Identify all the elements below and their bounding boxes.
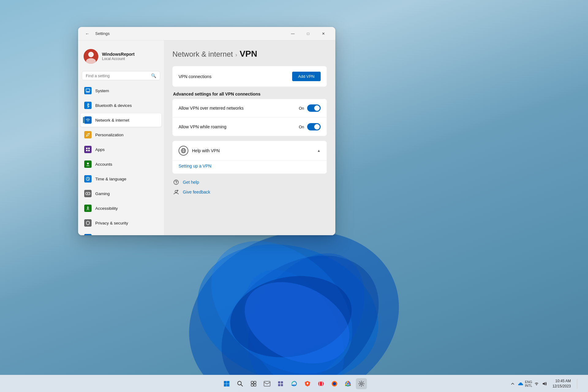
help-globe-icon: [179, 146, 188, 156]
svg-point-55: [333, 382, 336, 385]
taskbar-settings[interactable]: [356, 378, 367, 389]
svg-point-33: [175, 190, 177, 193]
accessibility-icon: [84, 205, 92, 212]
toggle-status-metered: On: [299, 106, 304, 111]
sidebar-item-privacy[interactable]: Privacy & security: [81, 216, 161, 230]
breadcrumb-arrow: ›: [235, 52, 237, 58]
language-icon[interactable]: ENGINTL: [526, 381, 532, 387]
taskbar-search[interactable]: [235, 378, 246, 389]
wifi-icon[interactable]: [533, 381, 540, 387]
chevron-up-icon: ▲: [317, 149, 321, 153]
taskbar-chrome[interactable]: [342, 378, 353, 389]
network-icon: [84, 116, 92, 124]
chevron-up-systray-icon[interactable]: [510, 381, 516, 387]
svg-rect-46: [264, 381, 270, 386]
user-profile[interactable]: WindowsReport Local Account: [81, 45, 161, 67]
user-name: WindowsReport: [102, 52, 158, 57]
search-box[interactable]: 🔍: [82, 71, 160, 80]
help-header-left: Help with VPN: [179, 146, 220, 156]
svg-rect-47: [278, 381, 280, 383]
toggle-metered[interactable]: [307, 104, 321, 112]
sidebar-item-personalization[interactable]: Personalization: [81, 128, 161, 141]
page-header: Network & internet › VPN: [172, 49, 327, 59]
bottom-links: Get help Give feedback: [172, 179, 327, 196]
help-vpn-header[interactable]: Help with VPN ▲: [172, 141, 327, 160]
svg-rect-43: [254, 381, 256, 383]
system-clock[interactable]: 10:45 AM 12/15/2023: [550, 377, 573, 390]
svg-rect-11: [86, 89, 90, 92]
sidebar-item-label-system: System: [95, 89, 109, 93]
svg-rect-45: [254, 384, 256, 386]
back-button[interactable]: ←: [83, 29, 92, 38]
avatar: [84, 49, 98, 64]
get-help-link[interactable]: Get help: [183, 180, 199, 185]
svg-point-23: [89, 193, 89, 194]
sidebar-item-time[interactable]: Time & language: [81, 172, 161, 186]
svg-point-24: [89, 194, 89, 194]
svg-point-52: [318, 381, 324, 386]
taskbar-opera[interactable]: [315, 378, 326, 389]
give-feedback-link[interactable]: Give feedback: [183, 190, 210, 194]
system-icon: [84, 87, 92, 94]
svg-rect-38: [224, 384, 227, 386]
sidebar-item-label-apps: Apps: [95, 147, 105, 152]
taskbar-teams[interactable]: [275, 378, 286, 389]
page-title: VPN: [239, 49, 257, 59]
sidebar-item-accessibility[interactable]: Accessibility: [81, 202, 161, 215]
user-account-type: Local Account: [102, 57, 158, 61]
taskbar-edge[interactable]: [288, 378, 300, 389]
main-content: Network & internet › VPN VPN connections…: [164, 40, 335, 235]
svg-point-18: [87, 163, 89, 164]
search-icon: 🔍: [151, 73, 156, 78]
sidebar-item-apps[interactable]: Apps: [81, 143, 161, 156]
sidebar-item-label-accounts: Accounts: [95, 162, 112, 167]
sidebar-item-gaming[interactable]: Gaming: [81, 187, 161, 200]
close-button[interactable]: ✕: [316, 29, 330, 39]
sidebar-item-bluetooth[interactable]: Bluetooth & devices: [81, 99, 161, 112]
minimize-button[interactable]: —: [286, 29, 300, 39]
user-info: WindowsReport Local Account: [102, 52, 158, 61]
taskbar-firefox[interactable]: [329, 378, 340, 389]
taskbar-brave[interactable]: [302, 378, 313, 389]
vpn-connections-row: VPN connections Add VPN: [172, 66, 327, 87]
start-button[interactable]: [221, 378, 232, 389]
clock-time: 10:45 AM: [552, 379, 571, 384]
onedrive-icon[interactable]: [518, 381, 524, 387]
taskbar-mail[interactable]: [262, 378, 273, 389]
get-help-row: Get help: [172, 179, 327, 186]
bluetooth-icon: [84, 102, 92, 109]
window-body: WindowsReport Local Account 🔍 System: [78, 40, 335, 235]
taskbar-taskview[interactable]: [248, 378, 259, 389]
title-bar: ← Settings — □ ✕: [78, 27, 335, 40]
sidebar-item-system[interactable]: System: [81, 84, 161, 97]
maximize-button[interactable]: □: [301, 29, 315, 39]
gaming-icon: [84, 190, 92, 197]
setup-vpn-link[interactable]: Setting up a VPN: [179, 164, 211, 168]
svg-rect-48: [281, 381, 283, 383]
get-help-icon: [172, 179, 180, 186]
svg-rect-44: [251, 384, 253, 386]
apps-icon: [84, 146, 92, 153]
svg-rect-15: [88, 148, 90, 149]
sidebar-item-network[interactable]: Network & internet: [81, 113, 161, 127]
svg-point-32: [176, 183, 177, 184]
show-desktop-button[interactable]: [577, 379, 583, 389]
add-vpn-button[interactable]: Add VPN: [292, 72, 321, 81]
sidebar-item-update[interactable]: Windows Update: [81, 231, 161, 235]
sidebar-item-accounts[interactable]: Accounts: [81, 157, 161, 171]
clock-date: 12/15/2023: [552, 384, 571, 389]
advanced-settings-card: Allow VPN over metered networks On Allow…: [172, 99, 327, 136]
search-input[interactable]: [86, 74, 149, 78]
sidebar-item-label-accessibility: Accessibility: [95, 206, 118, 211]
svg-rect-36: [224, 381, 227, 384]
toggle-roaming[interactable]: [307, 123, 321, 130]
update-icon: [84, 234, 92, 235]
window-controls: — □ ✕: [286, 29, 330, 39]
taskbar-right: ENGINTL 10:45 AM 12/15/2023: [510, 377, 583, 390]
help-vpn-content: Setting up a VPN: [172, 160, 327, 174]
sidebar-item-label-privacy: Privacy & security: [95, 221, 128, 225]
taskbar: ENGINTL 10:45 AM 12/15/2023: [0, 375, 588, 392]
volume-icon[interactable]: [541, 381, 548, 387]
privacy-icon: [84, 219, 92, 227]
settings-window: ← Settings — □ ✕ WindowsReport: [78, 27, 335, 235]
